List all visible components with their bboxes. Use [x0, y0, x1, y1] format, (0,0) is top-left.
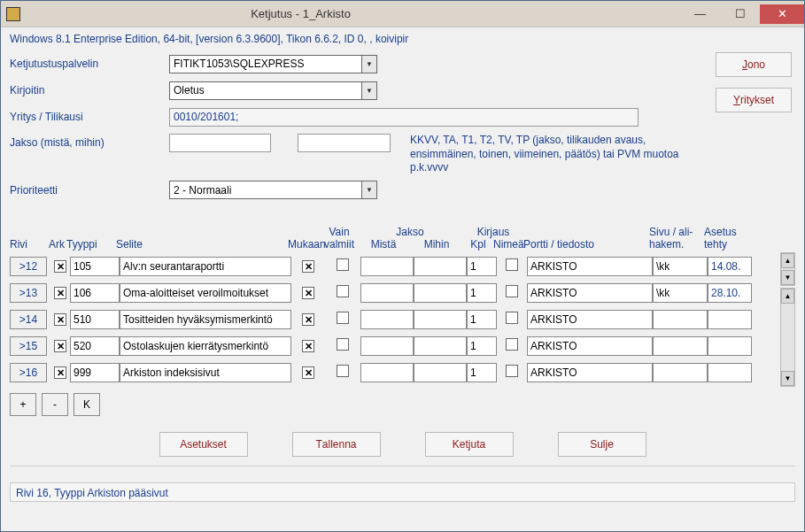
mista-input[interactable] [360, 310, 414, 329]
divider [10, 466, 795, 466]
yritykset-button[interactable]: Yritykset [716, 88, 792, 112]
scroll-down-icon[interactable]: ▼ [781, 371, 794, 386]
mista-input[interactable] [360, 363, 414, 382]
kpl-input[interactable] [467, 310, 497, 329]
selite-input[interactable] [120, 336, 291, 356]
k-button[interactable]: K [74, 393, 100, 416]
mukaan-checkbox[interactable]: ✕ [302, 260, 314, 273]
table-row: >13✕✕ [10, 280, 778, 306]
kirjoitin-combo[interactable]: ▼ [169, 81, 377, 100]
ark-checkbox[interactable]: ✕ [54, 287, 66, 299]
portti-input[interactable] [527, 310, 653, 329]
ketjuta-button[interactable]: Ketjuta [425, 432, 514, 457]
nimea-checkbox[interactable] [506, 365, 518, 377]
vain-checkbox[interactable] [337, 285, 349, 297]
nimea-checkbox[interactable] [506, 285, 518, 297]
scroll-track[interactable] [781, 304, 794, 371]
grid-headers: Rivi Ark Tyyppi Selite Mukaan Vain valmi… [10, 220, 778, 253]
sulje-button[interactable]: Sulje [558, 432, 646, 457]
chevron-down-icon[interactable]: ▼ [361, 55, 377, 73]
mukaan-checkbox[interactable]: ✕ [302, 313, 314, 326]
rivi-button[interactable]: >16 [10, 363, 47, 382]
selite-input[interactable] [120, 363, 291, 382]
mihin-input[interactable] [414, 257, 467, 276]
grid-scrollbars: ▲ ▼ ▲ ▼ [778, 220, 795, 416]
mista-input[interactable] [360, 283, 414, 303]
tyyppi-input[interactable] [70, 363, 120, 382]
jakso-from-input[interactable] [169, 134, 271, 152]
vain-checkbox[interactable] [337, 338, 349, 351]
tyyppi-input[interactable] [70, 310, 120, 329]
kpl-input[interactable] [467, 257, 497, 276]
tyyppi-input[interactable] [70, 336, 120, 356]
rivi-button[interactable]: >13 [10, 283, 47, 303]
tallenna-button[interactable]: Tallenna [292, 432, 381, 457]
jakso-to-input[interactable] [298, 134, 391, 152]
kpl-input[interactable] [467, 363, 497, 382]
scroll-down-icon[interactable]: ▼ [781, 270, 794, 285]
tyyppi-input[interactable] [70, 257, 120, 276]
vain-checkbox[interactable] [337, 365, 349, 377]
table-row: >14✕✕ [10, 306, 778, 333]
palvelin-combo[interactable]: ▼ [169, 55, 377, 73]
scroll-up-icon[interactable]: ▲ [781, 253, 794, 268]
sivu-input[interactable] [653, 257, 708, 276]
nimea-checkbox[interactable] [506, 258, 518, 271]
kpl-input[interactable] [467, 336, 497, 356]
scrollbar-upper[interactable]: ▲ ▼ [780, 252, 795, 286]
mihin-input[interactable] [414, 336, 467, 356]
selite-input[interactable] [120, 257, 291, 276]
maximize-button[interactable]: ☐ [720, 4, 760, 24]
mista-input[interactable] [360, 257, 414, 276]
portti-input[interactable] [527, 363, 653, 382]
mista-input[interactable] [360, 336, 414, 356]
vain-checkbox[interactable] [337, 258, 349, 271]
mukaan-checkbox[interactable]: ✕ [302, 340, 314, 352]
scroll-up-icon[interactable]: ▲ [781, 289, 794, 304]
vain-checkbox[interactable] [337, 312, 349, 324]
selite-input[interactable] [120, 283, 291, 303]
tyyppi-input[interactable] [70, 283, 120, 303]
portti-input[interactable] [527, 257, 653, 276]
kirjoitin-input[interactable] [169, 81, 361, 100]
scrollbar-lower[interactable]: ▲ ▼ [780, 288, 795, 387]
prioriteetti-input[interactable] [169, 181, 361, 199]
nimea-checkbox[interactable] [506, 338, 518, 351]
sivu-input[interactable] [653, 283, 708, 303]
rivi-button[interactable]: >12 [10, 257, 47, 276]
close-button[interactable]: ✕ [760, 4, 804, 24]
ark-checkbox[interactable]: ✕ [54, 366, 66, 379]
kpl-input[interactable] [467, 283, 497, 303]
mukaan-checkbox[interactable]: ✕ [302, 287, 314, 299]
add-row-button[interactable]: + [10, 393, 36, 416]
minimize-button[interactable]: — [680, 4, 720, 24]
ark-checkbox[interactable]: ✕ [54, 260, 66, 273]
nimea-checkbox[interactable] [506, 312, 518, 324]
ark-checkbox[interactable]: ✕ [54, 340, 66, 352]
main-window: Ketjutus - 1_Arkisto — ☐ ✕ Windows 8.1 E… [0, 0, 805, 532]
mihin-input[interactable] [414, 283, 467, 303]
rivi-button[interactable]: >14 [10, 310, 47, 329]
rivi-button[interactable]: >15 [10, 336, 47, 356]
titlebar: Ketjutus - 1_Arkisto — ☐ ✕ [1, 1, 804, 27]
mukaan-checkbox[interactable]: ✕ [302, 366, 314, 379]
grid-area: Rivi Ark Tyyppi Selite Mukaan Vain valmi… [10, 220, 795, 416]
chevron-down-icon[interactable]: ▼ [361, 181, 377, 199]
sivu-input[interactable] [653, 310, 708, 329]
remove-row-button[interactable]: - [42, 393, 68, 416]
mihin-input[interactable] [414, 310, 467, 329]
system-info: Windows 8.1 Enterprise Edition, 64-bit, … [10, 33, 795, 45]
portti-input[interactable] [527, 336, 653, 356]
jono-button[interactable]: Jono [716, 52, 792, 77]
prioriteetti-combo[interactable]: ▼ [169, 181, 377, 199]
sivu-input[interactable] [653, 363, 708, 382]
asetukset-button[interactable]: Asetukset [159, 432, 248, 457]
portti-input[interactable] [527, 283, 653, 303]
ark-checkbox[interactable]: ✕ [54, 313, 66, 326]
row-controls: + - K [10, 393, 778, 416]
palvelin-input[interactable] [169, 55, 361, 73]
mihin-input[interactable] [414, 363, 467, 382]
sivu-input[interactable] [653, 336, 708, 356]
selite-input[interactable] [120, 310, 291, 329]
chevron-down-icon[interactable]: ▼ [361, 81, 377, 100]
